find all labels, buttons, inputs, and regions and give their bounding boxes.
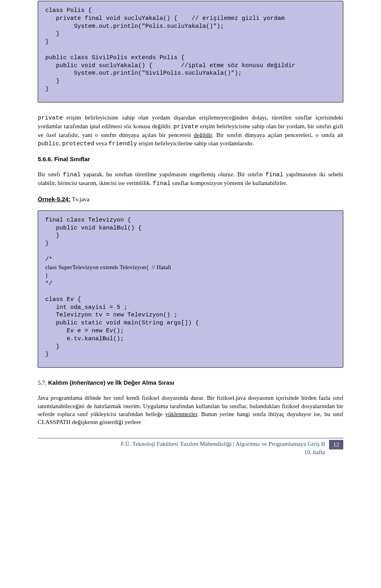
- code-line: /*: [45, 256, 52, 263]
- kw-friendly: friendly: [108, 141, 137, 147]
- footer-line2: 10. hafta: [304, 449, 325, 455]
- footer-rule: [38, 438, 343, 438]
- heading-num: 5.7.: [38, 380, 48, 386]
- code-line: Ev e = new Ev();: [45, 328, 124, 334]
- page-number: 12: [329, 440, 343, 449]
- emph-yuklenmezler: yüklenmezler: [165, 411, 197, 417]
- paragraph-final-class: Bir sınıfı final yaparak, bu sınıftan tü…: [38, 170, 343, 188]
- emph-degildir: değildir: [194, 132, 212, 138]
- kw-protected: protected: [62, 141, 94, 147]
- kw-final: final: [153, 180, 171, 187]
- paragraph-inheritance-loading: Java programlama dilinde her sınıf kendi…: [38, 394, 343, 426]
- page-footer: F.Ü. Teknoloji Fakültesi Yazılım Mühendi…: [38, 438, 343, 456]
- code-line: }: [45, 240, 49, 247]
- code-line: class Polis {: [45, 7, 92, 14]
- heading-italic: Inheritance: [71, 379, 103, 386]
- kw-final: final: [63, 172, 81, 178]
- code-line: */: [45, 280, 52, 287]
- code-block-2: final class Televizyon { public void kan…: [38, 210, 343, 368]
- code-line: }: [45, 31, 60, 37]
- code-line: class SuperTelevizyon extends Televizyon…: [45, 264, 171, 270]
- heading-566-final-siniflar: 5.6.6. Final Sınıflar: [38, 155, 343, 163]
- code-line: }: [45, 343, 60, 350]
- code-line: System.out.println("Polis.sucluYakala()"…: [45, 23, 224, 30]
- example-524-label: Örnek-5.24: Tv.java: [38, 195, 343, 203]
- code-line: }: [45, 232, 60, 239]
- code-block-1: class Polis { private final void sucluYa…: [38, 1, 343, 102]
- code-line: }: [45, 78, 60, 85]
- footer-text: F.Ü. Teknoloji Fakültesi Yazılım Mühendi…: [121, 440, 325, 456]
- kw-public: public: [38, 141, 59, 147]
- code-line: }: [45, 351, 49, 358]
- kw-private: private: [38, 115, 63, 121]
- heading-57-kalitim: 5.7. Kalıtım (Inheritance) ve İlk Değer …: [38, 379, 343, 387]
- footer-line1: F.Ü. Teknoloji Fakültesi Yazılım Mühendi…: [121, 441, 325, 447]
- code-line: final class Televizyon {: [45, 217, 131, 224]
- heading-text-b: ) ve İlk Değer Alma Sırası: [103, 379, 174, 386]
- example-filename: Tv.java: [71, 196, 90, 202]
- heading-text-a: Kalıtım (: [48, 379, 71, 386]
- code-line: public void kanalBul() {: [45, 225, 142, 231]
- code-line: }: [45, 86, 49, 93]
- code-line: e.tv.kanalBul();: [45, 335, 124, 342]
- paragraph-private-access: private erişim belirleyicisine sahip ola…: [38, 114, 343, 148]
- code-line: public void sucluYakala() { //iptal etme…: [45, 62, 295, 69]
- code-line: }: [45, 272, 48, 278]
- code-line: class Ev {: [45, 296, 81, 303]
- code-line: Televizyon tv = new Televizyon() ;: [45, 312, 177, 318]
- kw-final: final: [266, 172, 283, 178]
- code-line: private final void sucluYakala() { // er…: [45, 15, 285, 22]
- code-line: System.out.println("SivilPolis.sucluYaka…: [45, 70, 242, 77]
- code-line: public static void main(String args[]) {: [45, 320, 199, 326]
- example-label: Örnek-5.24:: [38, 196, 71, 202]
- code-line: }: [45, 39, 49, 45]
- code-line: public class SivilPolis extends Polis {: [45, 54, 185, 61]
- kw-private: private: [173, 123, 198, 130]
- code-line: int oda_sayisi = 5 ;: [45, 304, 127, 311]
